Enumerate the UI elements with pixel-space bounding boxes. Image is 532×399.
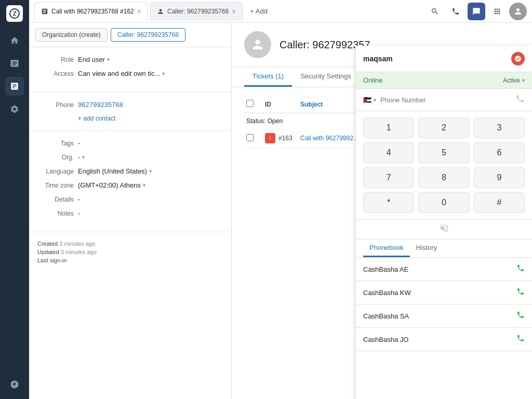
- details-field: Details -: [37, 195, 223, 203]
- language-label: Language: [37, 168, 74, 175]
- numpad-0[interactable]: 0: [418, 192, 469, 213]
- pb-phone-input: 🇯🇴 ▾: [356, 89, 532, 111]
- numpad-3[interactable]: 3: [474, 117, 525, 138]
- dial-call-icon[interactable]: [515, 94, 525, 105]
- role-label: Role: [37, 56, 74, 63]
- tab-tickets[interactable]: Tickets (1): [244, 67, 292, 87]
- top-right-icons: [426, 3, 527, 20]
- numpad-6[interactable]: 6: [474, 142, 525, 163]
- access-label: Access: [37, 70, 74, 77]
- pb-tabs: Phonebook History: [356, 240, 532, 258]
- meta-section: Tags - Org. - ▾ Language English (United…: [29, 131, 231, 232]
- tags-value: -: [78, 139, 223, 147]
- sidebar-logo[interactable]: Z: [6, 5, 23, 22]
- pb-numpad: 1 2 3 4 5 6 7 8 9 * 0 #: [356, 111, 532, 220]
- call-icon-ae[interactable]: [516, 264, 525, 274]
- contact-cashbasha-ae[interactable]: CashBasha AE: [356, 258, 532, 281]
- role-chevron-icon: ▾: [107, 57, 110, 62]
- form-section: Role End user ▾ Access Can view and edit…: [29, 47, 231, 92]
- breadcrumb-org[interactable]: Organization (create): [35, 28, 108, 42]
- tab-caller-label: Caller: 962799235768: [167, 8, 229, 15]
- row-checkbox-col[interactable]: [246, 134, 261, 143]
- flag-selector[interactable]: 🇯🇴 ▾: [363, 96, 376, 104]
- last-signin-row: Last sign-in: [37, 257, 223, 263]
- numpad-7[interactable]: 7: [363, 167, 414, 188]
- add-contact-btn[interactable]: + add contact: [78, 115, 223, 122]
- svg-text:Z: Z: [13, 10, 17, 17]
- user-avatar[interactable]: [509, 3, 527, 20]
- select-all-checkbox[interactable]: [246, 100, 254, 107]
- footer-section: Created 3 minutes ago Updated 3 minutes …: [29, 232, 231, 274]
- call-icon-kw[interactable]: [516, 287, 525, 298]
- access-field: Access Can view and edit own tic... ▾: [37, 70, 223, 77]
- org-label: Org.: [37, 154, 74, 161]
- tab-add-button[interactable]: + Add: [245, 7, 273, 15]
- numpad-1[interactable]: 1: [363, 117, 414, 138]
- pb-contact-list: CashBasha AE CashBasha KW CashBasha SA: [356, 258, 532, 399]
- org-select[interactable]: - ▾: [78, 153, 223, 161]
- sidebar-home-icon[interactable]: [5, 31, 24, 50]
- numpad-hash[interactable]: #: [474, 192, 525, 213]
- tab-caller[interactable]: Caller: 962799235768 ×: [150, 2, 243, 21]
- left-panel: Organization (create) Caller: 9627992357…: [29, 23, 232, 399]
- tab-call[interactable]: Call with 962799235768 #162 ×: [34, 2, 148, 21]
- numpad-5[interactable]: 5: [418, 142, 469, 163]
- phone-number-input[interactable]: [380, 96, 511, 104]
- breadcrumb-caller[interactable]: Caller: 962799235768: [111, 28, 185, 42]
- updated-value: 3 minutes ago: [61, 249, 97, 255]
- contact-cashbasha-sa[interactable]: CashBasha SA: [356, 304, 532, 328]
- numpad-2[interactable]: 2: [418, 117, 469, 138]
- tab-bar: Call with 962799235768 #162 × Caller: 96…: [29, 0, 532, 23]
- role-select[interactable]: End user ▾: [78, 56, 223, 63]
- phone-value: 962799235768: [78, 101, 223, 109]
- contact-name-jo: CashBasha JO: [363, 336, 408, 343]
- sidebar-zendesk-icon[interactable]: [5, 375, 24, 394]
- sidebar-reports-icon[interactable]: [5, 77, 24, 96]
- phone-icon-btn[interactable]: [447, 3, 464, 20]
- apps-icon-btn[interactable]: [488, 3, 506, 20]
- call-icon-sa[interactable]: [516, 311, 525, 321]
- numpad-4[interactable]: 4: [363, 142, 414, 163]
- pb-tab-history[interactable]: History: [410, 240, 443, 257]
- notes-field: Notes -: [37, 209, 223, 217]
- contact-name-ae: CashBasha AE: [363, 265, 408, 273]
- caller-avatar: [244, 31, 271, 58]
- status-online: Online: [363, 76, 383, 84]
- contact-cashbasha-kw[interactable]: CashBasha KW: [356, 281, 532, 304]
- chat-icon-btn[interactable]: [468, 3, 485, 20]
- sidebar-tickets-icon[interactable]: [5, 54, 24, 73]
- pb-tab-phonebook[interactable]: Phonebook: [363, 240, 410, 257]
- pb-mute-bar: [356, 220, 532, 240]
- language-select[interactable]: English (United States) ▾: [78, 167, 223, 175]
- created-row: Created 3 minutes ago: [37, 241, 223, 247]
- org-field: Org. - ▾: [37, 153, 223, 161]
- status-active[interactable]: Active ▾: [503, 77, 525, 84]
- timezone-select[interactable]: (GMT+02:00) Athens ▾: [78, 181, 223, 189]
- row-checkbox[interactable]: [246, 134, 254, 141]
- pb-status-bar: Online Active ▾: [356, 72, 532, 89]
- search-icon-btn[interactable]: [426, 3, 444, 20]
- call-icon-jo[interactable]: [516, 334, 525, 344]
- timezone-label: Time zone: [37, 182, 74, 189]
- tab-caller-close[interactable]: ×: [232, 8, 236, 15]
- timezone-chevron-icon: ▾: [143, 182, 145, 188]
- contact-cashbasha-jo[interactable]: CashBasha JO: [356, 328, 532, 351]
- access-select[interactable]: Can view and edit own tic... ▾: [78, 70, 223, 77]
- mute-icon[interactable]: [439, 223, 449, 236]
- tab-call-close[interactable]: ×: [137, 8, 141, 15]
- phone-field: Phone 962799235768: [37, 101, 223, 109]
- contact-name-kw: CashBasha KW: [363, 289, 411, 297]
- language-chevron-icon: ▾: [149, 168, 152, 174]
- pb-header: maqsam: [356, 46, 532, 72]
- main-content: Call with 962799235768 #162 × Caller: 96…: [29, 0, 532, 399]
- status-chevron-icon: ▾: [522, 77, 525, 83]
- updated-row: Updated 3 minutes ago: [37, 249, 223, 255]
- tab-security[interactable]: Security Settings: [292, 67, 360, 87]
- numpad-8[interactable]: 8: [418, 167, 469, 188]
- pb-title: maqsam: [363, 55, 393, 63]
- org-chevron-icon: ▾: [82, 154, 85, 160]
- ticket-badge: !: [265, 133, 275, 143]
- sidebar-settings-icon[interactable]: [5, 100, 24, 118]
- numpad-9[interactable]: 9: [474, 167, 525, 188]
- numpad-star[interactable]: *: [363, 192, 414, 213]
